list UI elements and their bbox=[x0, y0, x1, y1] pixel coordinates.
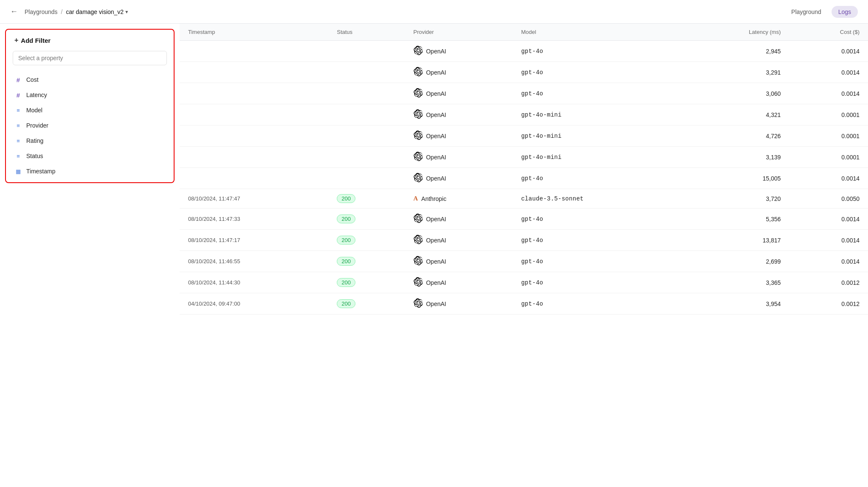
filter-item-model[interactable]: ≡ Model bbox=[6, 103, 174, 118]
table-row[interactable]: OpenAIgpt-4o2,9450.0014 bbox=[180, 41, 868, 62]
breadcrumb-parent[interactable]: Playgrounds bbox=[25, 8, 58, 15]
cell-latency: 3,365 bbox=[684, 272, 789, 293]
filter-item-latency[interactable]: # Latency bbox=[6, 87, 174, 103]
cell-status bbox=[328, 104, 405, 125]
openai-icon bbox=[413, 109, 423, 120]
table-row[interactable]: OpenAIgpt-4o15,0050.0014 bbox=[180, 168, 868, 189]
provider-name: Anthropic bbox=[422, 195, 446, 202]
table-row[interactable]: OpenAIgpt-4o-mini4,3210.0001 bbox=[180, 104, 868, 125]
filter-item-status[interactable]: ≡ Status bbox=[6, 148, 174, 164]
status-badge: 200 bbox=[337, 278, 355, 287]
filter-header: + Add Filter bbox=[6, 30, 174, 51]
openai-icon bbox=[413, 277, 423, 288]
openai-icon bbox=[413, 256, 423, 267]
cell-provider: OpenAI bbox=[405, 104, 513, 125]
filter-item-label: Rating bbox=[26, 137, 43, 144]
filter-item-provider[interactable]: ≡ Provider bbox=[6, 118, 174, 133]
cell-latency: 3,954 bbox=[684, 293, 789, 314]
breadcrumb: Playgrounds / car damage vision_v2 ▾ bbox=[25, 8, 128, 15]
filter-item-label: Cost bbox=[26, 76, 39, 83]
table-row[interactable]: OpenAIgpt-4o3,2910.0014 bbox=[180, 62, 868, 83]
table-row[interactable]: 08/10/2024, 11:47:17200 OpenAIgpt-4o13,8… bbox=[180, 230, 868, 251]
cell-status bbox=[328, 168, 405, 189]
app-header: ← Playgrounds / car damage vision_v2 ▾ P… bbox=[0, 0, 868, 24]
cell-status: 200 bbox=[328, 209, 405, 230]
filter-item-label: Model bbox=[26, 107, 42, 114]
provider-name: OpenAI bbox=[426, 111, 446, 118]
filter-item-timestamp[interactable]: ▦ Timestamp bbox=[6, 164, 174, 179]
cell-cost: 0.0014 bbox=[789, 209, 868, 230]
filter-list: # Cost # Latency ≡ Model ≡ Provider ≡ Ra… bbox=[6, 70, 174, 182]
list-icon: ≡ bbox=[14, 122, 22, 129]
table-row[interactable]: 04/10/2024, 09:47:00200 OpenAIgpt-4o3,95… bbox=[180, 293, 868, 314]
col-header-provider: Provider bbox=[405, 24, 513, 41]
cell-timestamp bbox=[180, 104, 328, 125]
breadcrumb-current[interactable]: car damage vision_v2 ▾ bbox=[66, 8, 128, 15]
cell-timestamp bbox=[180, 41, 328, 62]
col-header-latency: Latency (ms) bbox=[684, 24, 789, 41]
cell-provider: OpenAI bbox=[405, 41, 513, 62]
table-row[interactable]: 08/10/2024, 11:47:47200AAnthropicclaude-… bbox=[180, 189, 868, 209]
provider-name: OpenAI bbox=[426, 279, 446, 286]
provider-name: OpenAI bbox=[426, 237, 446, 244]
filter-item-rating[interactable]: ≡ Rating bbox=[6, 133, 174, 148]
openai-icon bbox=[413, 214, 423, 224]
col-header-timestamp: Timestamp bbox=[180, 24, 328, 41]
openai-icon bbox=[413, 131, 423, 141]
cell-provider: OpenAI bbox=[405, 147, 513, 168]
openai-icon bbox=[413, 67, 423, 78]
col-header-cost: Cost ($) bbox=[789, 24, 868, 41]
cell-model: gpt-4o-mini bbox=[513, 104, 684, 125]
list-icon: ≡ bbox=[14, 106, 22, 114]
cell-cost: 0.0012 bbox=[789, 293, 868, 314]
tab-playground[interactable]: Playground bbox=[785, 6, 828, 18]
cell-model: gpt-4o bbox=[513, 230, 684, 251]
table-row[interactable]: 08/10/2024, 11:44:30200 OpenAIgpt-4o3,36… bbox=[180, 272, 868, 293]
table-row[interactable]: OpenAIgpt-4o-mini3,1390.0001 bbox=[180, 147, 868, 168]
table-header-row: Timestamp Status Provider Model Latency … bbox=[180, 24, 868, 41]
cell-provider: OpenAI bbox=[405, 272, 513, 293]
status-badge: 200 bbox=[337, 214, 355, 223]
filter-search-input[interactable] bbox=[13, 51, 167, 65]
cell-status: 200 bbox=[328, 189, 405, 209]
cell-cost: 0.0001 bbox=[789, 104, 868, 125]
back-button[interactable]: ← bbox=[10, 7, 18, 16]
cell-timestamp: 04/10/2024, 09:47:00 bbox=[180, 293, 328, 314]
cell-model: gpt-4o bbox=[513, 41, 684, 62]
cell-model: gpt-4o bbox=[513, 272, 684, 293]
openai-icon bbox=[413, 46, 423, 56]
log-table: Timestamp Status Provider Model Latency … bbox=[180, 24, 868, 314]
cell-timestamp: 08/10/2024, 11:47:33 bbox=[180, 209, 328, 230]
cell-status: 200 bbox=[328, 230, 405, 251]
cell-timestamp: 08/10/2024, 11:47:47 bbox=[180, 189, 328, 209]
cell-cost: 0.0014 bbox=[789, 41, 868, 62]
cell-timestamp bbox=[180, 83, 328, 104]
cell-latency: 15,005 bbox=[684, 168, 789, 189]
table-row[interactable]: OpenAIgpt-4o-mini4,7260.0001 bbox=[180, 125, 868, 147]
cell-status bbox=[328, 62, 405, 83]
header-nav: Playground Logs bbox=[785, 6, 858, 18]
filter-item-label: Timestamp bbox=[26, 168, 55, 175]
cell-status bbox=[328, 125, 405, 147]
filter-item-cost[interactable]: # Cost bbox=[6, 72, 174, 87]
cell-model: gpt-4o-mini bbox=[513, 125, 684, 147]
cell-model: gpt-4o bbox=[513, 62, 684, 83]
cell-latency: 3,060 bbox=[684, 83, 789, 104]
status-badge: 200 bbox=[337, 194, 355, 203]
table-row[interactable]: OpenAIgpt-4o3,0600.0014 bbox=[180, 83, 868, 104]
cell-status bbox=[328, 41, 405, 62]
table-row[interactable]: 08/10/2024, 11:46:55200 OpenAIgpt-4o2,69… bbox=[180, 251, 868, 272]
cell-provider: AAnthropic bbox=[405, 189, 513, 209]
cell-cost: 0.0014 bbox=[789, 230, 868, 251]
filter-search-wrapper bbox=[6, 51, 174, 70]
provider-name: OpenAI bbox=[426, 133, 446, 139]
breadcrumb-separator: / bbox=[61, 8, 63, 15]
cell-latency: 3,139 bbox=[684, 147, 789, 168]
list-icon: ≡ bbox=[14, 137, 22, 145]
cell-cost: 0.0050 bbox=[789, 189, 868, 209]
provider-name: OpenAI bbox=[426, 175, 446, 182]
tab-logs[interactable]: Logs bbox=[832, 6, 858, 18]
col-header-status: Status bbox=[328, 24, 405, 41]
openai-icon bbox=[413, 152, 423, 162]
table-row[interactable]: 08/10/2024, 11:47:33200 OpenAIgpt-4o5,35… bbox=[180, 209, 868, 230]
